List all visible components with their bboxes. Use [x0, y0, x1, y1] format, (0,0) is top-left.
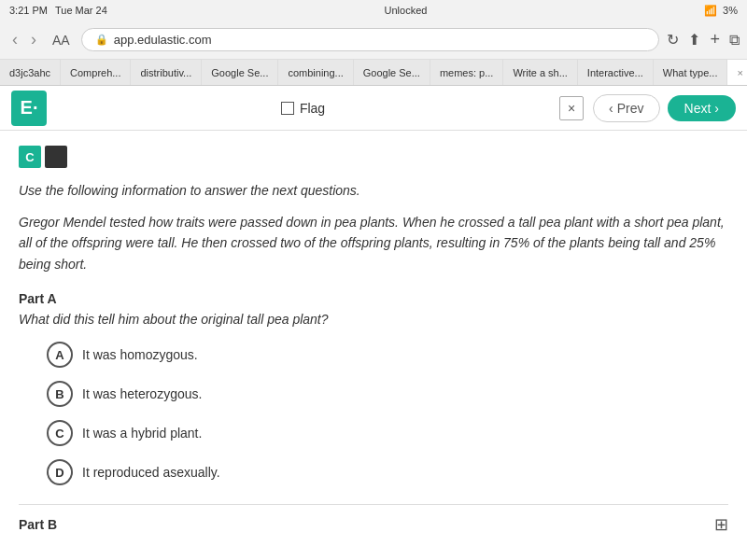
close-button[interactable]: × [559, 96, 584, 120]
flag-area: Flag [56, 101, 550, 116]
choice-c-circle: C [47, 420, 73, 446]
next-label: Next [684, 101, 712, 116]
category-icons: C [19, 146, 728, 168]
choice-b-circle: B [47, 381, 73, 407]
prev-arrow-icon: ‹ [609, 101, 613, 116]
browser-chrome: ‹ › AA 🔒 app.edulastic.com ↻ ⬆ + ⧉ [0, 21, 747, 60]
tab-combining[interactable]: combining... [278, 60, 353, 85]
part-b-label: Part B [19, 517, 57, 532]
back-button[interactable]: ‹ [7, 28, 22, 51]
share-icon[interactable]: ⬆ [688, 31, 700, 49]
tab-label: Compreh... [70, 67, 120, 78]
content-area: C Use the following information to answe… [0, 131, 747, 560]
part-a-label: Part A [19, 291, 728, 306]
choice-d-circle: D [47, 459, 73, 485]
category-c-icon: C [19, 146, 41, 168]
tab-compreh[interactable]: Compreh... [61, 60, 131, 85]
tab-distributiv[interactable]: distributiv... [131, 60, 202, 85]
tab-label: Interactive... [587, 67, 643, 78]
reload-icon[interactable]: ↻ [667, 31, 679, 49]
choice-a-text: It was homozygous. [82, 347, 198, 362]
intro-text: Use the following information to answer … [19, 181, 728, 201]
prev-label: Prev [617, 101, 644, 116]
reader-icon: AA [49, 33, 74, 48]
lock-status: Unlocked [385, 5, 428, 16]
passage-text: Gregor Mendel tested how traits were pas… [19, 212, 728, 274]
tabs-icon[interactable]: ⧉ [729, 32, 740, 49]
choice-b[interactable]: B It was heterozygous. [47, 381, 728, 407]
tab-d3jc3ahc[interactable]: d3jc3ahc [0, 60, 61, 85]
category-sq-icon [45, 146, 67, 168]
lock-icon: 🔒 [95, 34, 108, 46]
flag-checkbox[interactable] [281, 102, 294, 115]
tab-interactive[interactable]: Interactive... [578, 60, 654, 85]
tab-close-icon[interactable]: × [737, 67, 742, 78]
tab-label: Google Se... [211, 67, 268, 78]
tab-label: What type... [663, 67, 718, 78]
battery-display: 3% [723, 5, 738, 16]
tab-label: distributiv... [140, 67, 191, 78]
tab-format[interactable]: × Format... [727, 60, 747, 85]
choice-a[interactable]: A It was homozygous. [47, 342, 728, 368]
tab-bar: d3jc3ahc Compreh... distributiv... Googl… [0, 60, 747, 86]
question-text: What did this tell him about the origina… [19, 312, 728, 327]
next-button[interactable]: Next › [668, 95, 736, 121]
forward-button[interactable]: › [26, 28, 41, 51]
url-text: app.edulastic.com [114, 33, 212, 47]
tab-label: d3jc3ahc [9, 67, 50, 78]
tab-label: memes: p... [440, 67, 493, 78]
part-b-row: Part B ⊞ [19, 504, 728, 535]
tab-label: Google Se... [363, 67, 420, 78]
choice-c-text: It was a hybrid plant. [82, 426, 202, 441]
answer-choices: A It was homozygous. B It was heterozygo… [47, 342, 728, 485]
expand-icon[interactable]: ⊞ [714, 514, 728, 535]
tab-whattype[interactable]: What type... [654, 60, 728, 85]
date-display: Tue Mar 24 [55, 5, 107, 16]
tab-google2[interactable]: Google Se... [354, 60, 430, 85]
choice-d[interactable]: D It reproduced asexually. [47, 459, 728, 485]
tab-label: Write a sh... [513, 67, 567, 78]
tab-google1[interactable]: Google Se... [202, 60, 278, 85]
status-bar: 3:21 PM Tue Mar 24 Unlocked 📶 3% [0, 0, 747, 21]
choice-d-text: It reproduced asexually. [82, 465, 220, 480]
tab-label: combining... [288, 67, 343, 78]
new-tab-icon[interactable]: + [710, 30, 720, 49]
time-display: 3:21 PM [9, 5, 48, 16]
tab-write[interactable]: Write a sh... [503, 60, 577, 85]
wifi-icon: 📶 [704, 5, 717, 17]
next-arrow-icon: › [714, 101, 719, 116]
tab-memes[interactable]: memes: p... [430, 60, 503, 85]
url-bar[interactable]: 🔒 app.edulastic.com [81, 28, 660, 51]
choice-c[interactable]: C It was a hybrid plant. [47, 420, 728, 446]
nav-controls: ‹ Prev Next › [593, 94, 736, 122]
app-header: E· Flag × ‹ Prev Next › [0, 86, 747, 131]
flag-label: Flag [300, 101, 325, 116]
choice-b-text: It was heterozygous. [82, 386, 202, 401]
app-logo: E· [11, 91, 47, 126]
prev-button[interactable]: ‹ Prev [593, 94, 659, 122]
choice-a-circle: A [47, 342, 73, 368]
